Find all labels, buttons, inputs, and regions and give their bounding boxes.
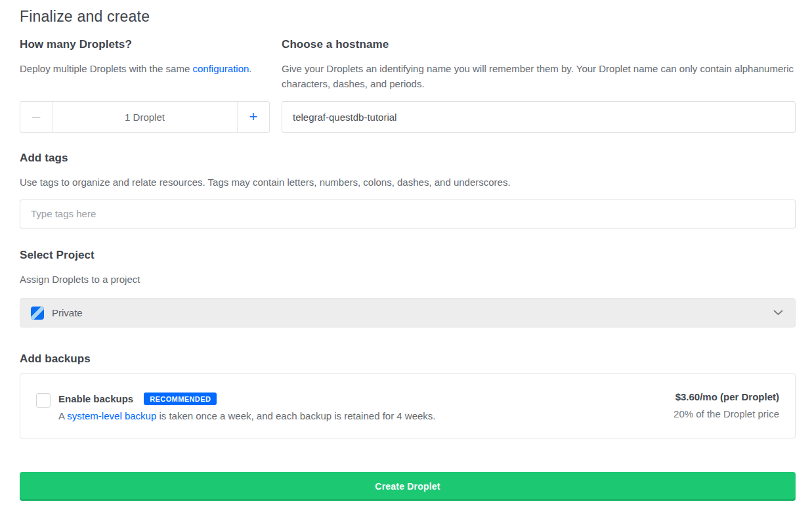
backups-description-suffix: is taken once a week, and each backup is…: [156, 410, 435, 421]
hostname-section: Choose a hostname Give your Droplets an …: [282, 38, 796, 133]
droplet-count-description-text: Deploy multiple Droplets with the same: [20, 63, 192, 74]
project-description: Assign Droplets to a project: [20, 272, 796, 287]
tags-section: Add tags Use tags to organize and relate…: [20, 152, 796, 228]
tags-input[interactable]: [20, 200, 796, 228]
plus-icon: +: [249, 108, 258, 125]
droplet-count-value: 1 Droplet: [52, 102, 238, 132]
enable-backups-label: Enable backups: [58, 393, 133, 404]
droplet-count-heading: How many Droplets?: [20, 38, 270, 51]
project-selected-label: Private: [52, 307, 83, 318]
tags-heading: Add tags: [20, 152, 796, 165]
hostname-description: Give your Droplets an identifying name y…: [282, 62, 796, 91]
configuration-link[interactable]: configuration: [192, 63, 249, 74]
chevron-down-icon: [773, 310, 783, 316]
minus-icon: –: [32, 108, 40, 125]
top-row: How many Droplets? Deploy multiple Dropl…: [20, 38, 796, 133]
project-icon: [31, 307, 44, 320]
enable-backups-checkbox[interactable]: [36, 393, 51, 408]
backups-price: $3.60/mo (per Droplet): [673, 391, 779, 402]
hostname-input[interactable]: [282, 101, 796, 133]
project-section: Select Project Assign Droplets to a proj…: [20, 249, 796, 328]
droplet-count-description-period: .: [249, 63, 251, 74]
backups-card: Enable backups RECOMMENDED A system-leve…: [20, 373, 796, 438]
page-title: Finalize and create: [20, 0, 796, 26]
system-level-backup-link[interactable]: system-level backup: [67, 410, 156, 421]
backups-description: A system-level backup is taken once a we…: [58, 410, 436, 421]
backups-description-prefix: A: [58, 410, 67, 421]
recommended-badge: RECOMMENDED: [144, 393, 217, 405]
droplet-count-section: How many Droplets? Deploy multiple Dropl…: [20, 38, 270, 133]
hostname-heading: Choose a hostname: [282, 38, 796, 51]
droplet-count-description: Deploy multiple Droplets with the same c…: [20, 62, 270, 77]
tags-description: Use tags to organize and relate resource…: [20, 175, 796, 190]
increment-button[interactable]: +: [238, 102, 269, 132]
backups-heading: Add backups: [20, 352, 796, 366]
droplet-count-stepper: – 1 Droplet +: [20, 101, 270, 133]
backups-price-note: 20% of the Droplet price: [673, 408, 779, 419]
decrement-button[interactable]: –: [20, 102, 52, 132]
backups-pricing: $3.60/mo (per Droplet) 20% of the Drople…: [673, 391, 779, 419]
backups-label-row: Enable backups RECOMMENDED: [58, 393, 436, 405]
backups-section: Add backups Enable backups RECOMMENDED A…: [20, 352, 796, 438]
create-droplet-button[interactable]: Create Droplet: [20, 472, 796, 501]
project-heading: Select Project: [20, 249, 796, 262]
finalize-and-create-page: Finalize and create How many Droplets? D…: [20, 0, 796, 501]
project-select[interactable]: Private: [20, 298, 796, 328]
backups-main: Enable backups RECOMMENDED A system-leve…: [58, 388, 436, 421]
